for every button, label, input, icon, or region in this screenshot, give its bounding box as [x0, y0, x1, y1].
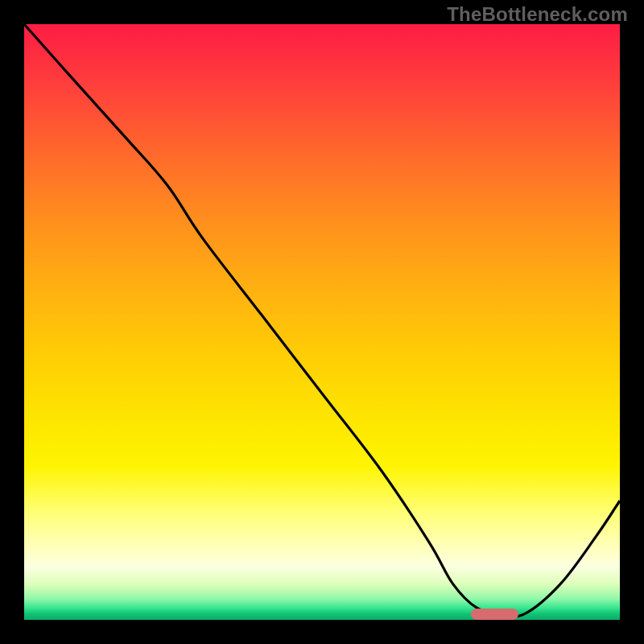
curve-path	[24, 24, 620, 617]
watermark-text: TheBottleneck.com	[447, 3, 628, 26]
chart-frame: TheBottleneck.com	[0, 0, 644, 644]
plot-area	[24, 24, 620, 620]
bottleneck-curve	[24, 24, 620, 620]
optimal-marker	[471, 609, 518, 620]
